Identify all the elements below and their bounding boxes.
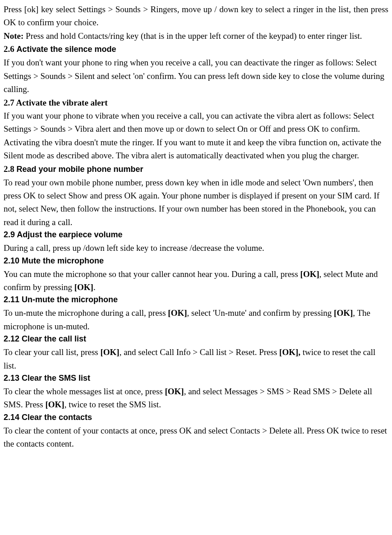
note-text: Press and hold Contacts/ring key (that i…	[23, 31, 362, 41]
ok-key: [OK],	[279, 347, 300, 357]
ok-key: [OK]	[100, 347, 119, 357]
heading-title: Activate the silence mode	[17, 45, 116, 54]
text: .	[93, 282, 96, 292]
ok-key: [OK]	[300, 269, 319, 279]
paragraph-ringers: Press [ok] key select Settings > Sounds …	[4, 3, 388, 29]
paragraph-vibrate-2: Activating the vibra doesn't mute the ri…	[4, 136, 388, 162]
heading-2-8: 2.8 Read your mobile phone number	[4, 162, 388, 176]
heading-2-14: 2.14 Clear the contacts	[4, 411, 388, 424]
heading-2-12: 2.12 Clear the call list	[4, 333, 388, 346]
text: , select 'Un-mute' and confirm by pressi…	[187, 308, 334, 318]
ok-key: [OK]	[334, 308, 353, 318]
ok-key: [OK]	[165, 387, 184, 396]
text: You can mute the microphone so that your…	[4, 269, 300, 279]
text: To clear the whole messages list at once…	[4, 387, 165, 396]
heading-2-11: 2.11 Un-mute the microphone	[4, 294, 388, 306]
heading-title: Read your mobile phone number	[17, 165, 143, 174]
ok-key: [OK]	[45, 400, 64, 409]
paragraph-clear-sms: To clear the whole messages list at once…	[4, 385, 388, 411]
heading-2-10: 2.10 Mute the microphone	[4, 255, 388, 268]
heading-num: 2.6	[4, 44, 17, 54]
paragraph-silence: If you don't want your phone to ring whe…	[4, 56, 388, 96]
heading-2-13: 2.13 Clear the SMS list	[4, 372, 388, 385]
paragraph-clear-contacts: To clear the content of your contacts at…	[4, 424, 388, 451]
text: To clear your call list, press	[4, 347, 100, 357]
text: , twice to reset the SMS list.	[65, 400, 161, 409]
text: To un-mute the microphone during a call,…	[4, 308, 168, 318]
paragraph-note: Note: Press and hold Contacts/ring key (…	[4, 29, 388, 42]
note-label: Note:	[4, 31, 23, 41]
text: , and select Call Info > Call list > Res…	[120, 347, 279, 357]
paragraph-clear-call: To clear your call list, press [OK], and…	[4, 346, 388, 372]
paragraph-unmute: To un-mute the microphone during a call,…	[4, 306, 388, 333]
heading-num: 2.8	[4, 164, 17, 174]
heading-2-9: 2.9 Adjust the earpiece volume	[4, 229, 388, 241]
paragraph-own-number: To read your own mobile phone number, pr…	[4, 176, 388, 229]
paragraph-earpiece: During a call, press up /down left side …	[4, 241, 388, 254]
ok-key: [OK]	[74, 282, 93, 292]
heading-2-6: 2.6 Activate the silence mode	[4, 42, 388, 56]
heading-2-7: 2.7 Activate the vibrate alert	[4, 96, 388, 109]
paragraph-vibrate-1: If you want your phone to vibrate when y…	[4, 109, 388, 136]
ok-key: [OK]	[168, 308, 187, 318]
paragraph-mute: You can mute the microphone so that your…	[4, 268, 388, 294]
